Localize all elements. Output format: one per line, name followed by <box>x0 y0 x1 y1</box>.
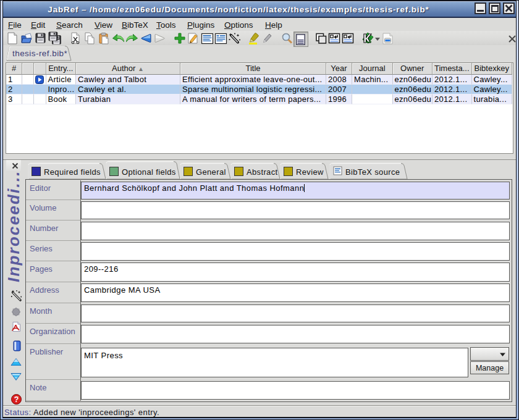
svg-text:?: ? <box>14 395 19 404</box>
